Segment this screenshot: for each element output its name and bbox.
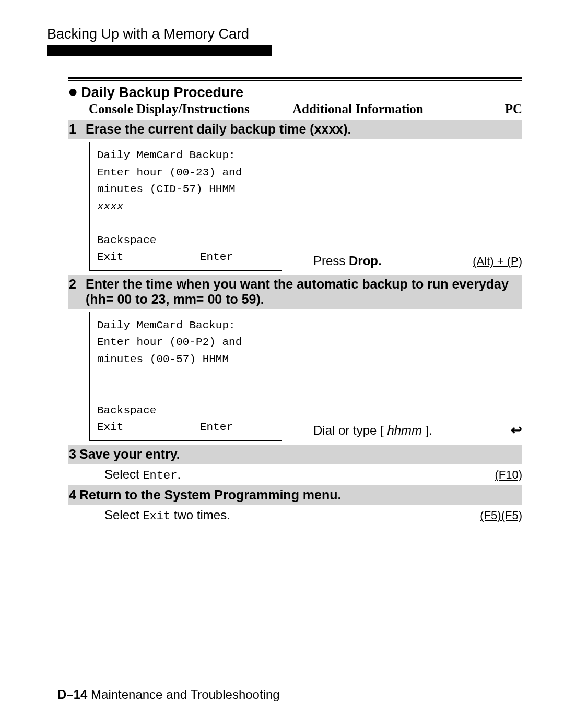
console-line: minutes (00-57) HHMM [97,351,276,368]
console-last-row: Exit Enter [97,419,233,436]
content: ● Daily Backup Procedure Console Display… [47,77,522,526]
console-enter: Enter [200,419,233,436]
procedure-header: ● Daily Backup Procedure [68,83,522,101]
console-line: Enter hour (00-23) and [97,164,276,182]
action-mono: Enter [143,469,177,482]
key-shortcut: (Alt) + (P) [473,255,522,268]
info-suffix: ]. [422,423,432,437]
columns-header: Console Display/Instructions Additional … [68,102,522,116]
step-bar-3: 3 Save your entry. [68,445,522,464]
action-suffix: two times. [170,508,230,522]
step-title: Enter the time when you want the automat… [86,277,522,307]
info-prefix: Dial or type [ [313,423,387,437]
step-title: Return to the System Programming menu. [79,487,522,503]
info-row: Press Drop. (Alt) + (P) [313,254,522,268]
console-spacer [97,368,276,385]
console-line: Daily MemCard Backup: [97,317,276,335]
footer-page-num: D–14 [57,687,87,701]
action-mono: Exit [143,510,170,523]
page-footer: D–14 Maintenance and Troubleshooting [57,687,280,702]
info-column: Press Drop. (Alt) + (P) [282,142,522,271]
console-line: Backspace [97,402,276,420]
procedure-title: Daily Backup Procedure [81,85,243,101]
info-column: Dial or type [ hhmm ]. ↩ [282,312,522,441]
info-prefix: Press [313,254,349,268]
info-strong: Drop. [349,254,382,268]
info-text: Dial or type [ hhmm ]. [313,423,432,438]
console-exit: Exit [97,419,123,436]
key-shortcut: (F5)(F5) [480,509,522,522]
step-body-1: Daily MemCard Backup: Enter hour (00-23)… [68,139,522,275]
action-prefix: Select [104,467,143,481]
console-line: Daily MemCard Backup: [97,147,276,164]
page-title: Backing Up with a Memory Card [47,26,522,42]
console-last-row: Exit Enter [97,249,233,266]
console-spacer [97,385,276,402]
console-display: Daily MemCard Backup: Enter hour (00-P2)… [89,312,282,441]
step-title: Erase the current daily backup time (xxx… [86,122,522,137]
title-underline [47,45,272,56]
info-text: Press Drop. [313,254,382,268]
step-bar-1: 1 Erase the current daily backup time (x… [68,120,522,139]
step-body-2: Daily MemCard Backup: Enter hour (00-P2)… [68,309,522,445]
col-header-left: Console Display/Instructions [89,102,292,116]
action-text: Select Exit two times. [104,508,480,523]
step-num: 1 [68,122,86,137]
col-header-pc: PC [505,102,522,116]
step-num: 2 [68,277,86,292]
console-line: xxxx [97,198,276,216]
step-row-4: Select Exit two times. (F5)(F5) [68,505,522,526]
action-prefix: Select [104,508,143,522]
console-display: Daily MemCard Backup: Enter hour (00-23)… [89,142,282,271]
console-line: minutes (CID-57) HHMM [97,181,276,198]
step-num: 3 [68,447,79,462]
double-rule [68,77,522,81]
step-title: Save your entry. [79,447,522,462]
step-bar-4: 4 Return to the System Programming menu. [68,485,522,505]
key-shortcut: (F10) [495,468,522,482]
console-exit: Exit [97,249,123,266]
console-line: Enter hour (00-P2) and [97,334,276,351]
console-spacer [97,215,276,232]
footer-text: Maintenance and Troubleshooting [87,687,279,701]
info-ital: hhmm [387,423,422,437]
step-row-3: Select Enter. (F10) [68,464,522,485]
col-header-right: Additional Information [292,102,505,116]
console-enter: Enter [200,249,233,266]
bullet-icon: ● [68,83,78,99]
step-bar-2: 2 Enter the time when you want the autom… [68,275,522,309]
console-line: Backspace [97,232,276,249]
action-suffix: . [177,467,181,481]
step-num: 4 [68,487,79,503]
action-text: Select Enter. [104,467,495,482]
enter-icon: ↩ [511,422,522,438]
info-row: Dial or type [ hhmm ]. ↩ [313,422,522,438]
